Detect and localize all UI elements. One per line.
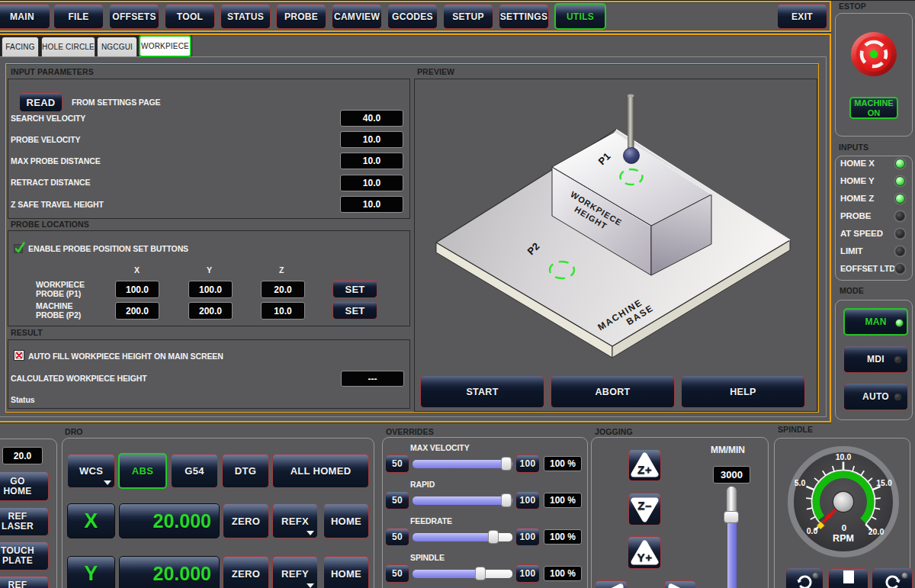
svg-text:Y+: Y+ (637, 550, 652, 563)
svg-text:Z+: Z+ (637, 463, 652, 476)
svg-text:15.0: 15.0 (876, 478, 892, 487)
svg-text:RPM: RPM (833, 533, 854, 544)
svg-text:Z–: Z– (637, 498, 652, 511)
svg-text:5.0: 5.0 (795, 478, 806, 487)
svg-text:0: 0 (842, 523, 846, 532)
svg-text:10.0: 10.0 (836, 452, 852, 461)
svg-text:0.0: 0.0 (807, 526, 818, 535)
svg-text:20.0: 20.0 (868, 527, 884, 536)
